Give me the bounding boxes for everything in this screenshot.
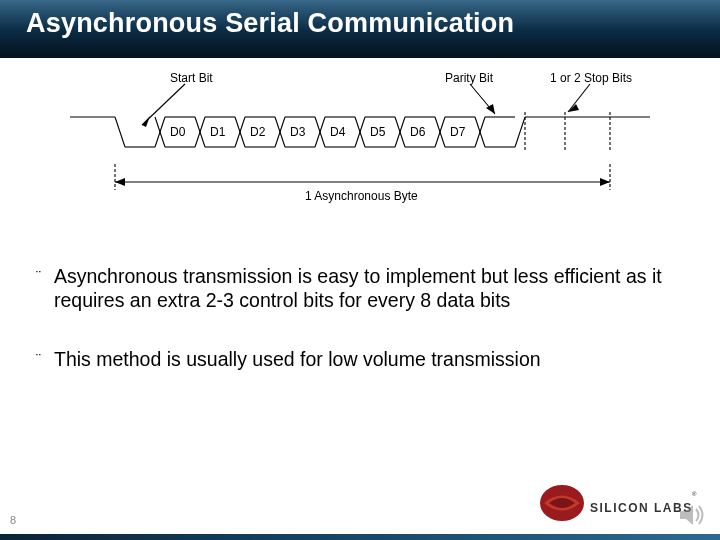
timing-diagram: Start Bit Parity Bit 1 or 2 Stop Bits D0… [70, 72, 650, 217]
svg-line-1 [115, 117, 125, 147]
bit-d7: D7 [450, 125, 466, 139]
bullet-text: Asynchronous transmission is easy to imp… [54, 264, 666, 313]
page-title: Asynchronous Serial Communication [26, 8, 514, 39]
svg-line-49 [568, 84, 590, 112]
label-start-bit: Start Bit [170, 72, 213, 85]
svg-marker-53 [600, 178, 610, 186]
label-parity-bit: Parity Bit [445, 72, 494, 85]
diamond-bullet-icon: ¨ [36, 347, 54, 371]
svg-text:®: ® [692, 491, 697, 497]
bit-d6: D6 [410, 125, 426, 139]
bit-d4: D4 [330, 125, 346, 139]
bit-d3: D3 [290, 125, 306, 139]
bullet-list: ¨ Asynchronous transmission is easy to i… [36, 264, 666, 405]
list-item: ¨ Asynchronous transmission is easy to i… [36, 264, 666, 313]
diamond-bullet-icon: ¨ [36, 264, 54, 313]
bit-d0: D0 [170, 125, 186, 139]
svg-marker-46 [142, 116, 150, 127]
bit-d2: D2 [250, 125, 266, 139]
footer-divider [0, 534, 720, 540]
label-byte-span: 1 Asynchronous Byte [305, 189, 418, 203]
bit-d5: D5 [370, 125, 386, 139]
label-stop-bits: 1 or 2 Stop Bits [550, 72, 632, 85]
svg-marker-52 [115, 178, 125, 186]
page-number: 8 [10, 514, 16, 526]
svg-line-39 [515, 117, 525, 147]
bullet-text: This method is usually used for low volu… [54, 347, 541, 371]
svg-marker-58 [680, 505, 693, 525]
speaker-icon [676, 500, 706, 530]
list-item: ¨ This method is usually used for low vo… [36, 347, 666, 371]
bit-d1: D1 [210, 125, 226, 139]
